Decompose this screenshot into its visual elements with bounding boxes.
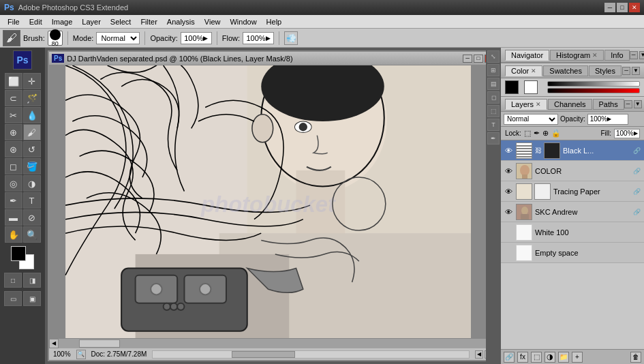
tab-layers[interactable]: Layers ✕ [505, 99, 547, 110]
side-icon-4[interactable]: ◻ [487, 91, 500, 104]
tab-swatches[interactable]: Swatches [543, 65, 588, 76]
color-close[interactable]: ✕ [531, 67, 536, 74]
eraser-tool[interactable]: ◻ [5, 158, 22, 175]
tab-styles[interactable]: Styles [589, 65, 622, 76]
add-mask-button[interactable]: ⬚ [531, 352, 542, 363]
new-fill-layer-button[interactable]: ◑ [545, 352, 555, 363]
foreground-color-swatch[interactable] [11, 246, 26, 261]
color-menu-button[interactable]: ▼ [632, 67, 640, 75]
lock-all-icon[interactable]: 🔒 [551, 129, 561, 138]
delete-layer-button[interactable]: 🗑 [630, 352, 641, 363]
side-icon-1[interactable]: ⤡ [487, 50, 500, 63]
opacity-arrow[interactable]: ▶ [607, 116, 611, 122]
opacity-value-box[interactable]: 100% ▶ [587, 114, 628, 125]
menu-window[interactable]: Window [225, 16, 261, 27]
navigator-collapse-button[interactable]: ─ [630, 51, 638, 59]
scroll-left-arrow[interactable]: ◀ [49, 339, 59, 348]
tab-info[interactable]: Info [604, 50, 629, 61]
tab-channels[interactable]: Channels [548, 99, 592, 110]
tab-histogram[interactable]: Histogram ✕ [550, 50, 604, 61]
add-style-button[interactable]: fx [517, 352, 528, 363]
side-icon-6[interactable]: T [487, 119, 500, 131]
layer-row[interactable]: 👁 ⛓ Black L... 🔗 [501, 140, 644, 161]
layer-visibility-toggle[interactable]: 👁 [504, 207, 513, 217]
histogram-close[interactable]: ✕ [592, 52, 598, 59]
airbrush-button[interactable]: 💨 [284, 31, 298, 45]
pen-tool[interactable]: ✒ [5, 192, 22, 209]
layer-visibility-toggle[interactable]: 👁 [504, 166, 513, 176]
layer-visibility-toggle[interactable]: 👁 [504, 248, 513, 258]
menu-help[interactable]: Help [262, 16, 287, 27]
opacity-value[interactable]: 100% ▶ [181, 32, 212, 44]
hscroll-track[interactable] [59, 339, 487, 348]
brush-tool-icon[interactable]: 🖌 [3, 30, 20, 46]
menu-image[interactable]: Image [47, 16, 78, 27]
magic-wand-tool[interactable]: 🪄 [23, 90, 41, 106]
layer-row[interactable]: 👁 SKC Andrew 🔗 [501, 202, 644, 222]
layer-row[interactable]: 👁 Empty space [501, 243, 644, 263]
menu-view[interactable]: View [200, 16, 226, 27]
scroll-prev-button[interactable]: ◀ [475, 350, 483, 359]
new-layer-button[interactable]: + [572, 352, 583, 363]
menu-filter[interactable]: Filter [136, 16, 162, 27]
hscroll-indicator[interactable] [232, 351, 295, 358]
fill-arrow[interactable]: ▶ [634, 130, 638, 136]
flow-arrow[interactable]: ▶ [266, 35, 271, 42]
opacity-arrow[interactable]: ▶ [203, 35, 208, 42]
fill-tool[interactable]: 🪣 [23, 158, 41, 175]
brush-tool[interactable]: 🖌 [23, 124, 41, 140]
lock-move-icon[interactable]: ✒ [534, 129, 540, 138]
canvas-horizontal-scrollbar[interactable]: ◀ ▶ [49, 338, 497, 348]
eyedropper-tool[interactable]: 💧 [23, 107, 41, 123]
layer-row[interactable]: 👁 Tracing Paper 🔗 [501, 181, 644, 202]
zoom-icon[interactable]: 🔍 [76, 350, 86, 359]
canvas-area[interactable]: photobucket [49, 65, 487, 338]
side-icon-2[interactable]: ⊞ [487, 64, 500, 76]
color-collapse-button[interactable]: ─ [622, 67, 630, 75]
doc-maximize-button[interactable]: □ [474, 55, 483, 63]
color-slider-2[interactable] [547, 88, 640, 93]
lasso-tool[interactable]: ⊂ [5, 90, 22, 106]
title-bar-controls[interactable]: ─ □ ✕ [604, 3, 640, 12]
layer-row[interactable]: 👁 COLOR 🔗 [501, 161, 644, 181]
text-tool[interactable]: T [23, 192, 41, 209]
clone-tool[interactable]: ⊛ [5, 141, 22, 157]
quick-mask-button[interactable]: ◨ [23, 273, 41, 288]
navigator-menu-button[interactable]: ▼ [639, 51, 644, 59]
layer-visibility-toggle[interactable]: 👁 [504, 146, 513, 155]
standard-mode-button[interactable]: □ [4, 273, 22, 288]
new-group-button[interactable]: 📁 [558, 352, 569, 363]
link-layers-button[interactable]: 🔗 [504, 352, 515, 363]
background-color-display[interactable] [524, 80, 538, 94]
lock-pixels-icon[interactable]: ⬚ [524, 129, 531, 138]
fullscreen-button[interactable]: ▣ [23, 291, 41, 306]
layers-menu-button[interactable]: ▼ [634, 100, 642, 108]
mode-dropdown[interactable]: Normal Multiply Screen [96, 32, 140, 44]
dodge-tool[interactable]: ◑ [23, 175, 41, 192]
healing-tool[interactable]: ⊕ [5, 124, 22, 140]
lock-position-icon[interactable]: ⊕ [542, 129, 549, 138]
history-brush[interactable]: ↺ [23, 141, 41, 157]
menu-file[interactable]: File [3, 16, 25, 27]
hand-tool[interactable]: ✋ [5, 226, 22, 243]
tab-color[interactable]: Color ✕ [505, 65, 542, 76]
color-slider-1[interactable] [547, 81, 640, 87]
side-icon-3[interactable]: ▤ [487, 78, 500, 90]
tab-paths[interactable]: Paths [593, 99, 624, 110]
maximize-button[interactable]: □ [617, 3, 628, 12]
layer-visibility-toggle[interactable]: 👁 [504, 187, 513, 196]
fill-value-box[interactable]: 100% ▶ [614, 129, 640, 138]
zoom-tool[interactable]: 🔍 [23, 226, 41, 243]
foreground-color-display[interactable] [505, 80, 519, 94]
menu-layer[interactable]: Layer [77, 16, 106, 27]
layer-visibility-toggle[interactable]: 👁 [504, 228, 513, 237]
move-tool[interactable]: ✛ [23, 73, 41, 89]
horizontal-scroll-track[interactable] [152, 350, 470, 359]
menu-select[interactable]: Select [106, 16, 136, 27]
doc-minimize-button[interactable]: ─ [463, 55, 472, 63]
hscroll-knob[interactable] [79, 339, 120, 348]
flow-value[interactable]: 100% ▶ [243, 32, 274, 44]
marquee-tool[interactable]: ⬜ [5, 73, 22, 89]
menu-analysis[interactable]: Analysis [162, 16, 200, 27]
tab-navigator[interactable]: Navigator [505, 50, 549, 61]
